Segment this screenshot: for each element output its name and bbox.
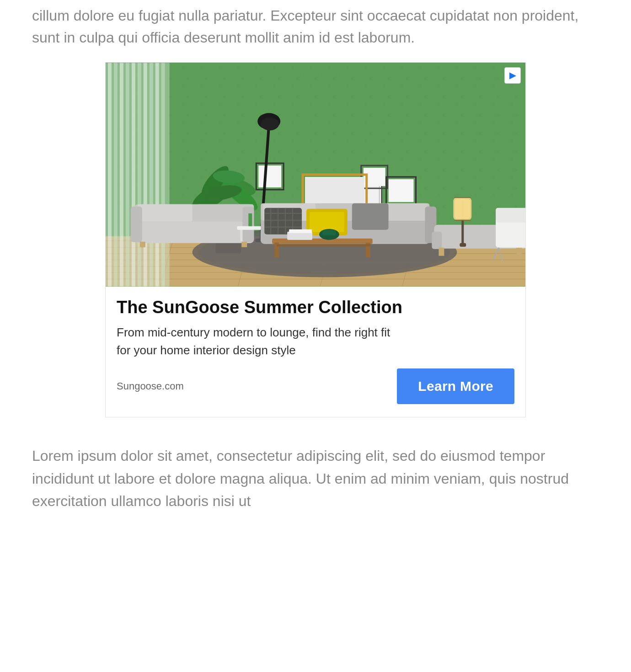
advertisement-card: ▶ The SunGoose Summer Collection From mi… [105,62,526,417]
svg-rect-22 [132,63,135,287]
svg-rect-19 [114,63,118,287]
ad-description: From mid-century modern to lounge, find … [117,324,391,359]
svg-rect-94 [438,248,444,256]
learn-more-button[interactable]: Learn More [397,368,514,404]
bottom-paragraph: Lorem ipsum dolor sit amet, consectetur … [32,436,599,513]
svg-rect-35 [389,179,414,202]
ad-content-area: The SunGoose Summer Collection From mid-… [106,287,525,417]
svg-rect-82 [352,203,389,230]
svg-rect-20 [120,63,123,287]
svg-rect-89 [289,229,312,233]
svg-rect-101 [460,243,466,247]
svg-rect-18 [108,63,112,287]
svg-rect-66 [248,213,252,226]
svg-rect-60 [242,207,254,242]
ad-image: ▶ [106,63,525,287]
svg-rect-95 [516,248,522,256]
svg-rect-59 [131,207,142,242]
ad-title: The SunGoose Summer Collection [117,298,514,317]
svg-rect-87 [277,245,370,246]
svg-rect-91 [322,230,336,235]
svg-rect-23 [138,63,141,287]
ad-badge-icon: ▶ [509,71,516,80]
ad-url: Sungoose.com [117,380,184,392]
svg-point-42 [261,117,279,130]
svg-rect-21 [126,63,129,287]
svg-rect-27 [161,63,165,287]
ad-footer: Sungoose.com Learn More [117,368,514,404]
svg-rect-25 [150,63,153,287]
svg-rect-98 [455,199,470,219]
svg-rect-93 [432,232,442,249]
top-paragraph: cillum dolore eu fugiat nulla pariatur. … [32,0,599,62]
svg-rect-24 [144,63,147,287]
svg-rect-64 [240,230,242,241]
svg-rect-84 [272,239,373,244]
svg-rect-26 [155,63,159,287]
svg-rect-62 [241,242,247,247]
svg-rect-31 [258,165,281,187]
svg-rect-57 [138,204,193,222]
ad-badge: ▶ [504,67,521,84]
svg-rect-61 [140,242,145,247]
ad-room-svg [106,63,525,287]
svg-rect-103 [496,208,525,223]
